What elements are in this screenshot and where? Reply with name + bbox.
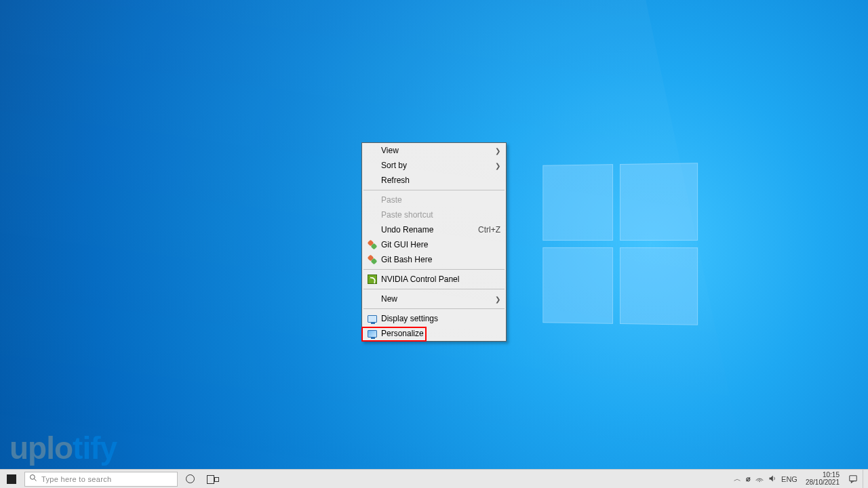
cortana-button[interactable]	[179, 470, 201, 488]
notification-icon	[848, 474, 858, 484]
action-center-button[interactable]	[844, 470, 863, 488]
menu-label: NVIDIA Control Panel	[380, 274, 494, 284]
nvidia-icon	[365, 274, 380, 285]
logo-pane	[620, 163, 698, 241]
git-icon	[365, 239, 380, 250]
desktop-context-menu: View ❯ Sort by ❯ Refresh Paste Paste sho…	[361, 142, 507, 342]
submenu-arrow-icon: ❯	[494, 147, 500, 155]
menu-label: Paste shortcut	[380, 210, 494, 220]
menu-separator	[363, 289, 505, 289]
taskbar-clock[interactable]: 10:15 28/10/2021	[802, 470, 844, 488]
svg-rect-4	[850, 475, 857, 481]
windows-logo-wallpaper	[542, 163, 698, 323]
tray-volume-icon[interactable]	[768, 474, 776, 484]
menu-label: Paste	[380, 195, 494, 205]
logo-pane	[620, 247, 698, 325]
system-tray: ︿ ⌀ ENG	[730, 470, 802, 488]
search-placeholder: Type here to search	[41, 475, 112, 483]
search-icon	[29, 474, 37, 484]
menu-item-view[interactable]: View ❯	[362, 143, 506, 158]
menu-item-nvidia-control-panel[interactable]: NVIDIA Control Panel	[362, 272, 506, 287]
svg-marker-3	[770, 475, 773, 481]
watermark-part1: uplo	[9, 430, 73, 466]
icon-slot	[365, 209, 380, 220]
icon-slot	[365, 195, 380, 205]
submenu-arrow-icon: ❯	[494, 162, 500, 169]
icon-slot	[365, 224, 380, 235]
taskbar-search-box[interactable]: Type here to search	[24, 472, 178, 487]
start-button[interactable]	[0, 470, 23, 488]
windows-start-icon	[7, 474, 16, 484]
submenu-arrow-icon: ❯	[494, 296, 500, 303]
svg-point-2	[759, 481, 760, 482]
menu-label: Sort by	[380, 161, 494, 170]
cortana-icon	[186, 474, 195, 483]
menu-item-new[interactable]: New ❯	[362, 291, 506, 306]
menu-label: Git Bash Here	[380, 255, 494, 264]
icon-slot	[365, 160, 380, 171]
menu-item-git-gui[interactable]: Git GUI Here	[362, 237, 506, 252]
menu-label: Undo Rename	[380, 225, 478, 235]
menu-separator	[363, 308, 505, 309]
menu-item-paste-shortcut: Paste shortcut	[362, 207, 506, 222]
menu-label: Refresh	[380, 176, 494, 185]
svg-line-1	[35, 479, 37, 481]
menu-item-sort-by[interactable]: Sort by ❯	[362, 158, 506, 173]
menu-item-git-bash[interactable]: Git Bash Here	[362, 252, 506, 267]
tray-app-icon[interactable]: ⌀	[746, 474, 751, 483]
show-desktop-button[interactable]	[863, 470, 867, 488]
svg-point-0	[31, 475, 35, 480]
clock-time: 10:15	[823, 472, 840, 479]
taskbar: Type here to search ︿ ⌀ ENG 10:15 28/10/…	[0, 469, 868, 488]
menu-separator	[363, 269, 505, 270]
menu-accel: Ctrl+Z	[478, 225, 500, 235]
tray-overflow-chevron-icon[interactable]: ︿	[734, 474, 741, 484]
desktop[interactable]: uplotify View ❯ Sort by ❯ Refresh Paste …	[0, 0, 868, 488]
menu-label: Display settings	[380, 314, 494, 323]
taskbar-left: Type here to search	[0, 470, 222, 488]
clock-date: 28/10/2021	[806, 479, 840, 487]
watermark-part2: tify	[73, 430, 117, 466]
watermark-text: uplotify	[9, 430, 117, 466]
menu-label: Personalize	[380, 329, 494, 338]
logo-pane	[542, 247, 613, 324]
task-view-icon	[207, 475, 216, 483]
menu-item-display-settings[interactable]: Display settings	[362, 311, 506, 326]
menu-label: Git GUI Here	[380, 240, 494, 249]
personalize-icon	[365, 328, 380, 339]
menu-item-paste: Paste	[362, 192, 506, 207]
display-settings-icon	[365, 313, 380, 324]
taskbar-right: ︿ ⌀ ENG 10:15 28/10/2021	[730, 470, 868, 488]
menu-label: View	[380, 146, 494, 155]
task-view-button[interactable]	[201, 470, 222, 488]
logo-pane	[542, 164, 613, 241]
icon-slot	[365, 293, 380, 304]
menu-separator	[363, 190, 505, 190]
menu-item-undo-rename[interactable]: Undo Rename Ctrl+Z	[362, 222, 506, 237]
icon-slot	[365, 145, 380, 156]
git-icon	[365, 254, 380, 265]
tray-language-indicator[interactable]: ENG	[781, 475, 797, 483]
menu-label: New	[380, 294, 494, 304]
icon-slot	[365, 175, 380, 186]
menu-item-refresh[interactable]: Refresh	[362, 173, 506, 188]
tray-network-icon[interactable]	[755, 474, 764, 484]
menu-item-personalize[interactable]: Personalize	[362, 326, 506, 341]
